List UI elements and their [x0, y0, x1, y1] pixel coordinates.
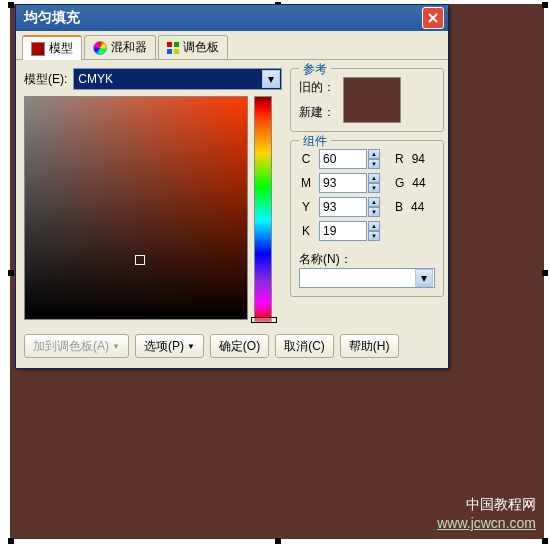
components-fieldset: 组件 C 60▲▼ R94 M 93▲▼ G44 Y 93▲▼ B44 K — [290, 140, 444, 297]
m-label: M — [299, 176, 313, 190]
spinner-buttons[interactable]: ▲▼ — [368, 149, 380, 169]
svg-rect-3 — [174, 49, 179, 54]
b-value: 44 — [411, 200, 424, 214]
hue-slider[interactable] — [254, 96, 272, 322]
tab-mixer[interactable]: 混和器 — [84, 35, 156, 59]
reference-legend: 参考 — [299, 61, 331, 78]
dialog-title: 均匀填充 — [20, 9, 80, 27]
close-button[interactable] — [422, 7, 444, 29]
c-spinner[interactable]: 60▲▼ — [319, 149, 367, 169]
color-field[interactable] — [24, 96, 248, 320]
color-swatch — [343, 77, 401, 123]
watermark-line2: www.jcwcn.com — [437, 514, 536, 534]
palette-tab-icon — [167, 42, 179, 54]
name-combo[interactable]: ▾ — [299, 268, 435, 288]
selection-handle[interactable] — [542, 538, 548, 544]
tab-bar: 模型 混和器 调色板 — [16, 31, 448, 60]
svg-rect-2 — [167, 49, 172, 54]
svg-rect-0 — [167, 42, 172, 47]
uniform-fill-dialog: 均匀填充 模型 混和器 调色板 模型(E): CMYK ▾ — [15, 4, 449, 369]
model-combo[interactable]: CMYK ▾ — [73, 68, 282, 90]
chevron-down-icon[interactable]: ▾ — [262, 70, 280, 88]
b-label: B — [395, 200, 403, 214]
old-label: 旧的： — [299, 79, 335, 96]
help-button[interactable]: 帮助(H) — [340, 334, 399, 358]
selection-handle[interactable] — [8, 2, 14, 8]
tab-palette[interactable]: 调色板 — [158, 35, 228, 59]
name-label: 名称(N)： — [299, 251, 352, 268]
model-label: 模型(E): — [24, 71, 67, 88]
model-combo-value: CMYK — [76, 72, 115, 86]
k-label: K — [299, 224, 313, 238]
watermark: 中国教程网 www.jcwcn.com — [437, 495, 536, 534]
y-label: Y — [299, 200, 313, 214]
mixer-tab-icon — [93, 41, 107, 55]
g-value: 44 — [412, 176, 425, 190]
r-value: 94 — [412, 152, 425, 166]
triangle-down-icon: ▼ — [112, 342, 120, 351]
svg-rect-1 — [174, 42, 179, 47]
watermark-line1: 中国教程网 — [437, 495, 536, 515]
g-label: G — [395, 176, 404, 190]
ok-button[interactable]: 确定(O) — [210, 334, 269, 358]
close-icon — [427, 12, 439, 24]
selection-handle[interactable] — [8, 538, 14, 544]
selection-handle[interactable] — [275, 538, 281, 544]
triangle-down-icon: ▼ — [187, 342, 195, 351]
y-spinner[interactable]: 93▲▼ — [319, 197, 367, 217]
spinner-buttons[interactable]: ▲▼ — [368, 221, 380, 241]
cancel-button[interactable]: 取消(C) — [275, 334, 334, 358]
k-spinner[interactable]: 19▲▼ — [319, 221, 367, 241]
new-label: 新建： — [299, 104, 335, 121]
spinner-buttons[interactable]: ▲▼ — [368, 197, 380, 217]
m-spinner[interactable]: 93▲▼ — [319, 173, 367, 193]
r-label: R — [395, 152, 404, 166]
tab-model[interactable]: 模型 — [22, 35, 82, 60]
hue-slider-thumb[interactable] — [251, 317, 277, 323]
button-row: 加到调色板(A)▼ 选项(P)▼ 确定(O) 取消(C) 帮助(H) — [16, 330, 448, 368]
selection-handle[interactable] — [542, 2, 548, 8]
components-legend: 组件 — [299, 133, 331, 150]
titlebar[interactable]: 均匀填充 — [16, 5, 448, 31]
reference-fieldset: 参考 旧的： 新建： — [290, 68, 444, 132]
selection-handle[interactable] — [542, 270, 548, 276]
c-label: C — [299, 152, 313, 166]
add-to-palette-button[interactable]: 加到调色板(A)▼ — [24, 334, 129, 358]
color-field-marker[interactable] — [135, 255, 145, 265]
chevron-down-icon[interactable]: ▾ — [415, 269, 433, 287]
options-button[interactable]: 选项(P)▼ — [135, 334, 204, 358]
model-tab-icon — [31, 42, 45, 56]
spinner-buttons[interactable]: ▲▼ — [368, 173, 380, 193]
selection-handle[interactable] — [8, 270, 14, 276]
